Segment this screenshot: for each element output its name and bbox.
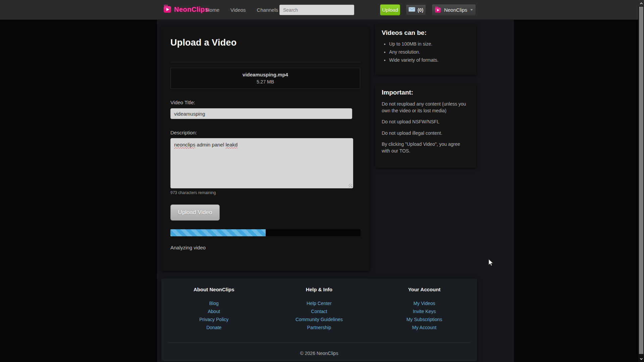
footer-link-my-videos[interactable]: My Videos	[413, 301, 435, 306]
scroll-up-button[interactable]	[638, 0, 644, 6]
important-paragraph: Do not upload illegal content.	[382, 130, 470, 137]
scrollbar-thumb[interactable]	[639, 7, 643, 354]
footer-link-partnership[interactable]: Partnership	[307, 325, 331, 330]
footer-link-help-center[interactable]: Help Center	[307, 301, 332, 306]
videos-info-title: Videos can be:	[382, 29, 470, 37]
important-info-box: Important: Do not reupload any content (…	[375, 84, 476, 168]
characters-remaining: 973 characters remaining	[170, 190, 360, 195]
messages-count: (0)	[418, 7, 423, 13]
user-avatar-icon	[435, 6, 442, 14]
neonclips-logo-icon	[163, 4, 172, 14]
envelope-icon	[409, 7, 415, 13]
page-footer: About NeonClips Blog About Privacy Polic…	[161, 279, 477, 361]
description-label: Description:	[170, 130, 360, 135]
videos-info-box: Videos can be: Up to 100MB in size. Any …	[375, 24, 476, 75]
footer-link-donate[interactable]: Donate	[206, 325, 221, 330]
selected-file-box: videamusping.mp4 5.27 MB	[170, 68, 360, 89]
messages-button[interactable]: (0)	[406, 4, 426, 15]
description-word-misspelled: leakd	[225, 142, 237, 147]
upload-nav-button[interactable]: Upload	[380, 4, 400, 15]
upload-progress-fill	[170, 229, 266, 236]
footer-link-my-account[interactable]: My Account	[412, 325, 436, 330]
upload-status-text: Analyzing video	[170, 245, 360, 250]
footer-link-privacy-policy[interactable]: Privacy Policy	[199, 317, 228, 322]
upload-video-button[interactable]: Upload Video	[170, 204, 220, 221]
footer-link-contact[interactable]: Contact	[311, 309, 327, 314]
site-logo[interactable]: NeonClips	[163, 4, 209, 14]
page-scrollbar[interactable]	[638, 0, 644, 362]
video-title-input[interactable]	[170, 108, 352, 119]
important-paragraph: Do not reupload any content (unless you …	[382, 101, 470, 114]
description-word-misspelled: neonclips	[174, 142, 195, 147]
footer-col-title: Help & Info	[267, 287, 372, 292]
file-size: 5.27 MB	[171, 79, 360, 84]
title-divider	[170, 62, 360, 62]
important-title: Important:	[382, 89, 470, 96]
nav-link-videos[interactable]: Videos	[230, 7, 246, 13]
footer-columns: About NeonClips Blog About Privacy Polic…	[161, 287, 477, 331]
copyright-text: © 2026 NeonClips	[161, 351, 477, 356]
footer-link-about[interactable]: About	[208, 309, 220, 314]
list-item: Any resolution.	[389, 49, 470, 55]
footer-col-help: Help & Info Help Center Contact Communit…	[267, 287, 372, 331]
search-input[interactable]	[279, 5, 354, 15]
chevron-down-icon	[470, 9, 473, 11]
upload-progress-bar	[170, 229, 361, 236]
description-textarea[interactable]: neonclips admin panel leakd	[170, 138, 353, 188]
footer-link-blog[interactable]: Blog	[209, 301, 219, 306]
list-item: Up to 100MB in size.	[389, 41, 470, 47]
scroll-down-icon	[640, 357, 642, 360]
footer-divider	[168, 343, 470, 343]
page-title: Upload a Video	[170, 38, 360, 48]
logo-wordmark: NeonClips	[174, 6, 209, 13]
scroll-down-button[interactable]	[638, 356, 644, 362]
footer-col-account: Your Account My Videos Invite Keys My Su…	[372, 287, 477, 331]
footer-link-community-guidelines[interactable]: Community Guidelines	[296, 317, 343, 322]
file-name: videamusping.mp4	[171, 72, 360, 77]
primary-nav: Home Videos Channels	[206, 0, 278, 20]
important-paragraph: Do not upload NSFW/NSFL	[382, 119, 470, 125]
textarea-resize-handle[interactable]	[348, 184, 352, 187]
video-title-label: Video Title:	[170, 100, 360, 105]
footer-col-about: About NeonClips Blog About Privacy Polic…	[161, 287, 267, 331]
important-paragraph: By clicking "Upload Video", you agree wi…	[382, 141, 470, 154]
nav-link-channels[interactable]: Channels	[257, 7, 278, 13]
user-menu-label: NeonClips	[444, 7, 467, 13]
footer-col-title: Your Account	[372, 287, 477, 292]
top-navbar: NeonClips Home Videos Channels Upload (0…	[0, 0, 644, 20]
footer-col-title: About NeonClips	[161, 287, 267, 292]
nav-link-home[interactable]: Home	[206, 7, 219, 13]
footer-link-my-subscriptions[interactable]: My Subscriptions	[407, 317, 442, 322]
footer-link-invite-keys[interactable]: Invite Keys	[413, 309, 436, 314]
scroll-up-icon	[640, 2, 642, 5]
list-item: Wide variety of formats.	[389, 57, 470, 63]
description-text: admin panel	[195, 142, 225, 147]
user-menu-button[interactable]: NeonClips	[432, 4, 476, 16]
upload-panel: Upload a Video videamusping.mp4 5.27 MB …	[161, 26, 369, 271]
videos-info-list: Up to 100MB in size. Any resolution. Wid…	[389, 41, 470, 63]
